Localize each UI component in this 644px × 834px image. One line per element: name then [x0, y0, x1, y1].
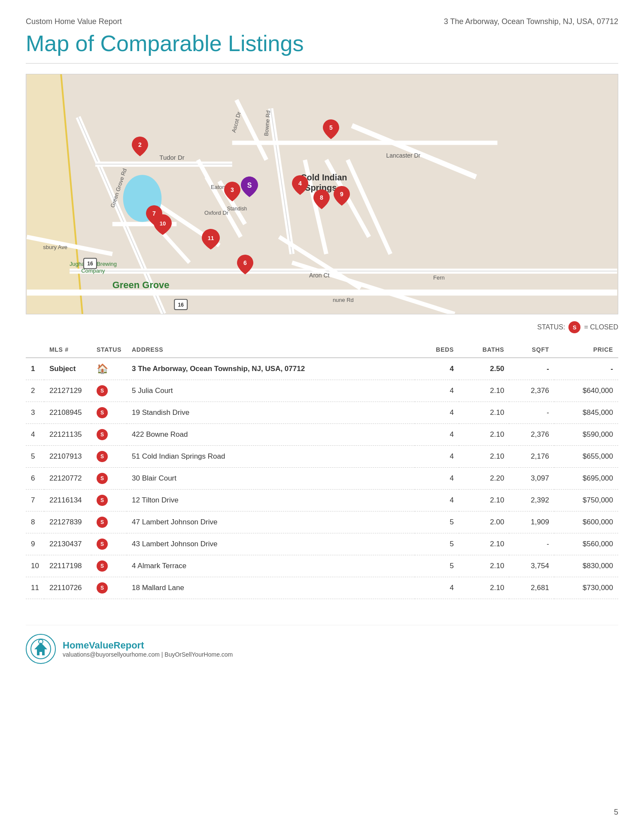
status-badge: S	[97, 385, 108, 396]
footer-brand: HomeValueReport	[63, 640, 233, 651]
pin-4: 4	[292, 175, 308, 197]
cell-baths: 2.10	[459, 533, 509, 555]
svg-marker-61	[34, 642, 47, 655]
cell-mls: 22127839	[44, 511, 91, 533]
cell-mls: 22117198	[44, 555, 91, 577]
cell-beds: 4	[415, 446, 459, 468]
cell-num: 6	[26, 468, 44, 490]
cell-baths: 2.50	[459, 358, 509, 380]
cell-sqft: 2,376	[509, 424, 554, 446]
cell-num: 8	[26, 511, 44, 533]
table-row: 1022117198S4 Almark Terrace52.103,754$83…	[26, 555, 618, 577]
cell-address: 3 The Arborway, Ocean Township, NJ, USA,…	[127, 358, 415, 380]
cell-address: 43 Lambert Johnson Drive	[127, 533, 415, 555]
cell-address: 51 Cold Indian Springs Road	[127, 446, 415, 468]
svg-text:sbury Ave: sbury Ave	[43, 244, 67, 250]
cell-price: $695,000	[554, 468, 618, 490]
pin-5: 5	[323, 119, 339, 141]
status-badge: S	[97, 539, 108, 550]
svg-text:Green Grove: Green Grove	[112, 280, 170, 290]
cell-num: 5	[26, 446, 44, 468]
cell-mls: 22116134	[44, 490, 91, 511]
svg-text:3: 3	[231, 186, 234, 193]
status-badge: S	[97, 473, 108, 484]
pin-6: 6	[237, 255, 253, 276]
cell-beds: 4	[415, 577, 459, 599]
cell-status: S	[91, 490, 127, 511]
svg-text:6: 6	[243, 259, 247, 266]
cell-address: 47 Lambert Johnson Drive	[127, 511, 415, 533]
cell-beds: 5	[415, 555, 459, 577]
map-container: Tudor Dr Eaton Pl Oxford Dr Standish Asc…	[26, 74, 618, 314]
cell-sqft: -	[509, 358, 554, 380]
svg-text:9: 9	[340, 191, 343, 198]
cell-price: $830,000	[554, 555, 618, 577]
cell-status: S	[91, 446, 127, 468]
cell-num: 3	[26, 402, 44, 424]
col-mls: MLS #	[44, 342, 91, 358]
svg-text:5: 5	[329, 124, 333, 131]
footer-text: HomeValueReport valuations@buyorsellyour…	[63, 640, 233, 658]
cell-sqft: -	[509, 402, 554, 424]
svg-text:16: 16	[178, 302, 184, 308]
cell-beds: 5	[415, 511, 459, 533]
cell-sqft: 2,392	[509, 490, 554, 511]
cell-mls: 22107913	[44, 446, 91, 468]
svg-text:S: S	[247, 182, 252, 189]
cell-beds: 5	[415, 533, 459, 555]
svg-text:8: 8	[320, 194, 323, 201]
cell-address: 30 Blair Court	[127, 468, 415, 490]
cell-price: $655,000	[554, 446, 618, 468]
svg-text:Fern: Fern	[433, 274, 445, 281]
cell-mls: Subject	[44, 358, 91, 380]
footer-contact: valuations@buyorsellyourhome.com | BuyOr…	[63, 651, 233, 658]
subject-pin: S	[241, 177, 258, 199]
svg-text:Standish: Standish	[227, 206, 247, 212]
cell-address: 4 Almark Terrace	[127, 555, 415, 577]
col-num	[26, 342, 44, 358]
svg-text:Aron Ct: Aron Ct	[309, 272, 329, 279]
listings-table: MLS # STATUS ADDRESS BEDS BATHS SQFT PRI…	[26, 342, 618, 599]
table-row: 622120772S30 Blair Court42.203,097$695,0…	[26, 468, 618, 490]
cell-baths: 2.10	[459, 555, 509, 577]
footer-logo	[26, 634, 56, 664]
cell-baths: 2.10	[459, 446, 509, 468]
cell-baths: 2.10	[459, 577, 509, 599]
cell-baths: 2.10	[459, 380, 509, 402]
table-row: 722116134S12 Tilton Drive42.102,392$750,…	[26, 490, 618, 511]
cell-sqft: 3,754	[509, 555, 554, 577]
cell-sqft: 2,376	[509, 380, 554, 402]
cell-baths: 2.10	[459, 424, 509, 446]
svg-text:Lancaster Dr: Lancaster Dr	[386, 152, 420, 159]
cell-mls: 22120772	[44, 468, 91, 490]
pin-11: 11	[202, 229, 220, 251]
status-badge: S	[97, 517, 108, 528]
report-label: Custom Home Value Report	[26, 17, 122, 26]
svg-text:16: 16	[87, 261, 93, 267]
pin-3: 3	[224, 182, 240, 203]
status-label: STATUS:	[537, 323, 565, 331]
table-row: 522107913S51 Cold Indian Springs Road42.…	[26, 446, 618, 468]
cell-num: 1	[26, 358, 44, 380]
col-address: ADDRESS	[127, 342, 415, 358]
col-sqft: SQFT	[509, 342, 554, 358]
svg-text:Tudor Dr: Tudor Dr	[159, 154, 184, 161]
cell-price: $560,000	[554, 533, 618, 555]
cell-baths: 2.10	[459, 490, 509, 511]
cell-beds: 4	[415, 380, 459, 402]
cell-sqft: 2,681	[509, 577, 554, 599]
cell-price: $750,000	[554, 490, 618, 511]
table-header-row: MLS # STATUS ADDRESS BEDS BATHS SQFT PRI…	[26, 342, 618, 358]
cell-num: 10	[26, 555, 44, 577]
pin-8: 8	[313, 189, 330, 211]
cell-mls: 22127129	[44, 380, 91, 402]
report-address: 3 The Arborway, Ocean Township, NJ, USA,…	[444, 17, 618, 26]
status-dot: S	[568, 321, 580, 333]
cell-status: 🏠	[91, 358, 127, 380]
status-badge: S	[97, 582, 108, 594]
cell-num: 11	[26, 577, 44, 599]
title-divider	[26, 63, 618, 64]
cell-beds: 4	[415, 468, 459, 490]
cell-beds: 4	[415, 424, 459, 446]
svg-text:nune Rd: nune Rd	[333, 297, 354, 303]
